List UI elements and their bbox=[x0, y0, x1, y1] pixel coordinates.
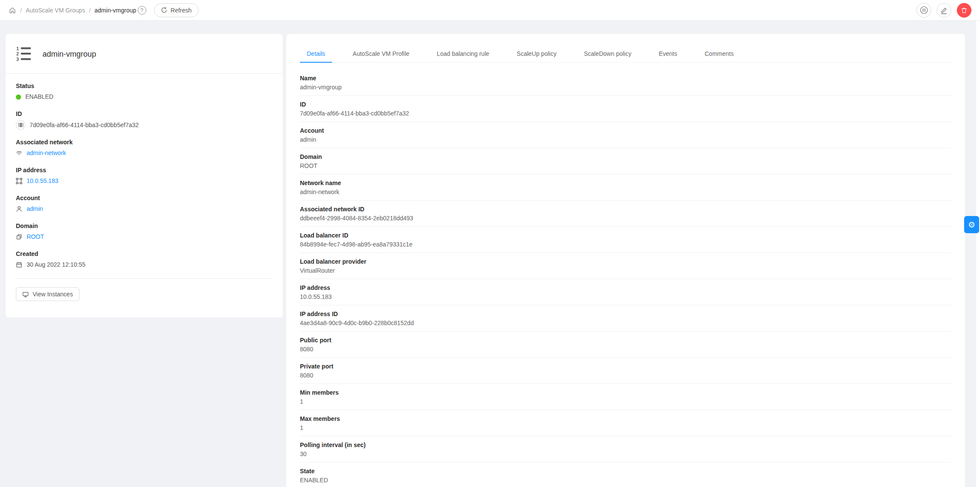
detail-value: 4ae3d4a8-90c9-4d0c-b9b0-228b0c8152dd bbox=[300, 319, 951, 328]
user-icon bbox=[16, 206, 22, 212]
detail-row-associated-network-id: Associated network IDddbeeef4-2998-4084-… bbox=[300, 201, 951, 227]
info-link[interactable]: ROOT bbox=[27, 232, 44, 241]
ordered-list-icon: 123 bbox=[16, 46, 32, 62]
breadcrumb: /AutoScale VM Groups/admin-vmgroup bbox=[9, 6, 136, 14]
info-section-status: StatusENABLED bbox=[16, 82, 272, 101]
detail-row-load-balancer-provider: Load balancer providerVirtualRouter bbox=[300, 253, 951, 279]
detail-label: Network name bbox=[300, 179, 951, 188]
detail-panel: DetailsAutoScale VM ProfileLoad balancin… bbox=[286, 33, 965, 487]
detail-label: IP address bbox=[300, 283, 951, 292]
top-bar: /AutoScale VM Groups/admin-vmgroup ? Ref… bbox=[0, 0, 980, 21]
gateway-icon bbox=[16, 178, 22, 184]
detail-label: Public port bbox=[300, 336, 951, 345]
info-label: ID bbox=[16, 110, 272, 117]
detail-label: Max members bbox=[300, 414, 951, 423]
settings-drawer-button[interactable]: ⚙ bbox=[964, 216, 979, 233]
tab-comments[interactable]: Comments bbox=[698, 45, 741, 62]
detail-row-public-port: Public port8080 bbox=[300, 332, 951, 358]
detail-row-load-balancer-id: Load balancer ID84b8994e-fec7-4d98-ab95-… bbox=[300, 227, 951, 253]
detail-label: Associated network ID bbox=[300, 205, 951, 214]
detail-row-state: StateENABLED bbox=[300, 463, 951, 487]
detail-value: ROOT bbox=[300, 161, 951, 170]
tab-autoscale-vm-profile[interactable]: AutoScale VM Profile bbox=[346, 45, 416, 62]
info-section-account: Accountadmin bbox=[16, 195, 272, 213]
detail-row-account: Accountadmin bbox=[300, 122, 951, 148]
resource-info-card: 123 admin-vmgroup StatusENABLEDID7d09e0f… bbox=[5, 33, 283, 318]
tab-events[interactable]: Events bbox=[652, 45, 684, 62]
trash-icon bbox=[960, 6, 968, 14]
info-text: 7d09e0fa-af66-4114-bba3-cd0bb5ef7a32 bbox=[30, 121, 139, 130]
info-link[interactable]: admin bbox=[27, 204, 43, 213]
edit-icon bbox=[940, 6, 948, 14]
detail-value: 8080 bbox=[300, 371, 951, 380]
detail-label: Polling interval (in sec) bbox=[300, 441, 951, 450]
info-value: ROOT bbox=[16, 232, 272, 241]
resource-header: 123 admin-vmgroup bbox=[6, 34, 283, 73]
info-link[interactable]: admin-network bbox=[27, 149, 66, 158]
detail-row-name: Nameadmin-vmgroup bbox=[300, 70, 951, 96]
breadcrumb-separator: / bbox=[20, 7, 22, 14]
svg-text:2: 2 bbox=[16, 51, 19, 56]
view-instances-button[interactable]: View Instances bbox=[16, 287, 79, 301]
detail-label: Load balancer provider bbox=[300, 257, 951, 266]
info-label: Created bbox=[16, 250, 272, 257]
detail-label: Load balancer ID bbox=[300, 231, 951, 240]
info-section-associated-network: Associated networkadmin-network bbox=[16, 139, 272, 158]
block-icon bbox=[16, 234, 22, 240]
refresh-label: Refresh bbox=[171, 7, 192, 14]
detail-value: admin-network bbox=[300, 188, 951, 197]
info-label: Associated network bbox=[16, 139, 272, 146]
wifi-icon bbox=[16, 150, 22, 156]
info-label: IP address bbox=[16, 167, 272, 173]
monitor-icon bbox=[22, 291, 29, 298]
svg-text:1: 1 bbox=[16, 46, 19, 51]
detail-row-id: ID7d09e0fa-af66-4114-bba3-cd0bb5ef7a32 bbox=[300, 96, 951, 122]
detail-value: 10.0.55.183 bbox=[300, 292, 951, 301]
detail-value: admin-vmgroup bbox=[300, 83, 951, 92]
detail-list: Nameadmin-vmgroupID7d09e0fa-af66-4114-bb… bbox=[300, 70, 951, 487]
tab-details[interactable]: Details bbox=[300, 45, 332, 62]
info-value: admin-network bbox=[16, 149, 272, 158]
detail-value: 1 bbox=[300, 423, 951, 432]
scrollbar[interactable] bbox=[976, 21, 980, 487]
tab-load-balancing-rule[interactable]: Load balancing rule bbox=[430, 45, 496, 62]
detail-row-polling-interval-in-sec-: Polling interval (in sec)30 bbox=[300, 436, 951, 463]
info-value: ENABLED bbox=[16, 92, 272, 101]
pause-circle-icon bbox=[920, 6, 928, 14]
info-section-id: ID7d09e0fa-af66-4114-bba3-cd0bb5ef7a32 bbox=[16, 110, 272, 130]
header-actions bbox=[916, 3, 971, 18]
status-dot bbox=[16, 94, 21, 100]
detail-label: Min members bbox=[300, 388, 951, 397]
edit-button[interactable] bbox=[937, 3, 951, 18]
page-title: admin-vmgroup bbox=[42, 50, 96, 59]
info-value: 10.0.55.183 bbox=[16, 177, 272, 186]
calendar-icon bbox=[16, 262, 22, 268]
info-text: ENABLED bbox=[25, 92, 53, 101]
home-icon[interactable] bbox=[9, 6, 16, 14]
info-section-ip-address: IP address10.0.55.183 bbox=[16, 167, 272, 186]
detail-label: Domain bbox=[300, 152, 951, 161]
view-instances-label: View Instances bbox=[33, 291, 73, 298]
info-link[interactable]: 10.0.55.183 bbox=[27, 177, 58, 186]
tab-scaledown-policy[interactable]: ScaleDown policy bbox=[577, 45, 638, 62]
help-icon[interactable]: ? bbox=[138, 6, 146, 15]
pause-button[interactable] bbox=[916, 3, 931, 18]
breadcrumb-separator: / bbox=[89, 7, 91, 14]
delete-button[interactable] bbox=[957, 3, 971, 18]
detail-value: 30 bbox=[300, 450, 951, 459]
detail-value: ENABLED bbox=[300, 476, 951, 485]
detail-value: 1 bbox=[300, 397, 951, 406]
info-label: Domain bbox=[16, 222, 272, 229]
detail-row-network-name: Network nameadmin-network bbox=[300, 174, 951, 201]
info-section-created: Created30 Aug 2022 12:10:55 bbox=[16, 250, 272, 269]
refresh-button[interactable]: Refresh bbox=[154, 3, 199, 17]
info-section-domain: DomainROOT bbox=[16, 222, 272, 241]
info-value: 7d09e0fa-af66-4114-bba3-cd0bb5ef7a32 bbox=[16, 120, 272, 130]
detail-label: State bbox=[300, 467, 951, 476]
tab-scaleup-policy[interactable]: ScaleUp policy bbox=[510, 45, 563, 62]
breadcrumb-item-autoscale-vm-groups[interactable]: AutoScale VM Groups bbox=[26, 7, 85, 14]
reload-icon bbox=[161, 7, 167, 13]
info-sections: StatusENABLEDID7d09e0fa-af66-4114-bba3-c… bbox=[6, 74, 283, 269]
detail-value: 7d09e0fa-af66-4114-bba3-cd0bb5ef7a32 bbox=[300, 109, 951, 118]
detail-value: 84b8994e-fec7-4d98-ab95-ea8a79331c1e bbox=[300, 240, 951, 249]
